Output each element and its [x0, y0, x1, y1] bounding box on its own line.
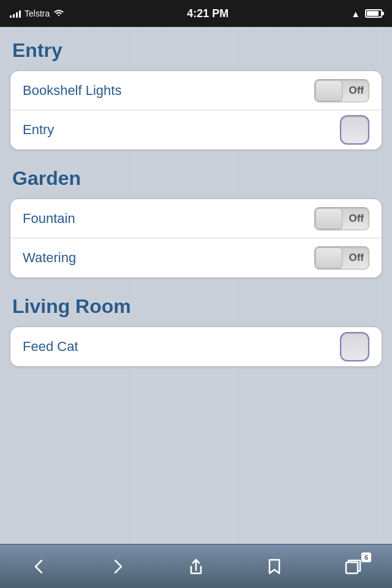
- status-time: 4:21 PM: [187, 7, 228, 20]
- entry-card-group: Bookshelf Lights Off Entry: [10, 70, 382, 150]
- watering-row: Watering Off: [10, 238, 382, 277]
- fountain-row: Fountain Off: [10, 199, 382, 238]
- back-button[interactable]: [15, 551, 64, 582]
- fountain-toggle[interactable]: Off: [314, 207, 369, 230]
- toggle-thumb: [315, 80, 342, 101]
- bookmarks-button[interactable]: [250, 551, 299, 582]
- battery-icon: [365, 9, 382, 18]
- toggle-thumb: [315, 208, 342, 229]
- entry-row: Entry: [10, 110, 382, 149]
- living-room-card-group: Feed Cat: [10, 326, 382, 367]
- feed-cat-label: Feed Cat: [23, 339, 78, 355]
- bookshelf-lights-row: Bookshelf Lights Off: [10, 71, 382, 110]
- tabs-icon: [343, 557, 363, 576]
- watering-off-label: Off: [349, 252, 364, 264]
- garden-card-group: Fountain Off Watering Off: [10, 198, 382, 278]
- bookshelf-lights-label: Bookshelf Lights: [23, 83, 121, 99]
- living-room-heading: Living Room: [10, 295, 382, 318]
- entry-heading: Entry: [10, 39, 382, 62]
- status-left: Telstra: [10, 9, 64, 19]
- entry-checkbox[interactable]: [340, 115, 369, 145]
- watering-label: Watering: [23, 250, 76, 266]
- wifi-icon: [53, 9, 64, 19]
- toggle-off-label: Off: [349, 85, 364, 97]
- fountain-label: Fountain: [23, 211, 75, 227]
- feed-cat-checkbox[interactable]: [340, 332, 369, 361]
- location-icon: ▲: [351, 9, 360, 19]
- status-right: ▲: [351, 9, 382, 19]
- bookshelf-lights-toggle[interactable]: Off: [314, 79, 369, 102]
- living-room-section: Living Room Feed Cat: [10, 295, 382, 367]
- signal-icon: [10, 9, 21, 18]
- main-content: Entry Bookshelf Lights Off Entry Garden …: [0, 27, 392, 544]
- garden-heading: Garden: [10, 167, 382, 190]
- svg-rect-1: [346, 562, 358, 573]
- bottom-toolbar: 6: [0, 544, 392, 588]
- entry-section: Entry Bookshelf Lights Off Entry: [10, 39, 382, 150]
- share-button[interactable]: [172, 551, 221, 582]
- share-icon: [186, 557, 206, 576]
- watering-toggle[interactable]: Off: [314, 246, 369, 270]
- garden-section: Garden Fountain Off Watering Off: [10, 167, 382, 278]
- forward-arrow-icon: [108, 557, 127, 576]
- carrier-label: Telstra: [24, 9, 50, 18]
- status-bar: Telstra 4:21 PM ▲: [0, 0, 392, 27]
- fountain-off-label: Off: [349, 213, 364, 225]
- tabs-button[interactable]: 6: [328, 551, 377, 582]
- toggle-thumb: [315, 247, 342, 268]
- entry-row-label: Entry: [23, 122, 54, 138]
- bookmarks-icon: [265, 557, 284, 576]
- tabs-badge: 6: [361, 552, 371, 562]
- back-arrow-icon: [29, 557, 49, 576]
- forward-button[interactable]: [93, 551, 142, 582]
- feed-cat-row: Feed Cat: [10, 327, 382, 366]
